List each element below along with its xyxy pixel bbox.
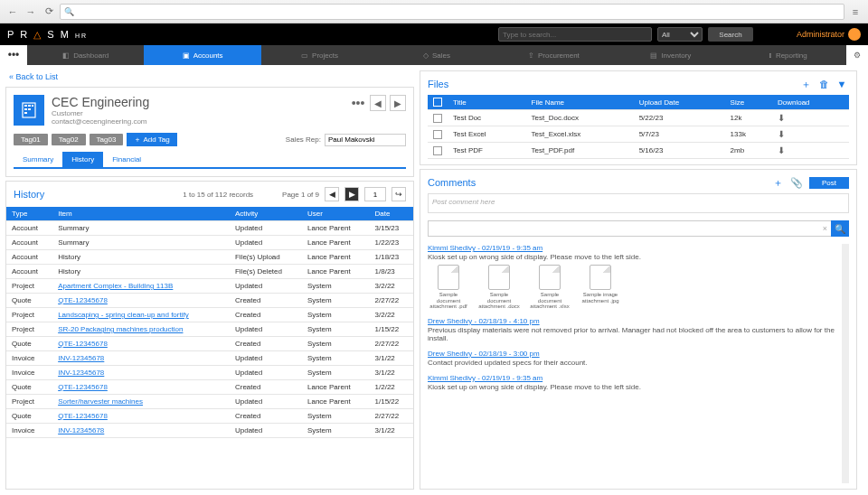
nav-procurement[interactable]: ⇪Procurement xyxy=(495,45,612,65)
attachment-item[interactable]: Sample document attachment .docx xyxy=(478,265,520,310)
nav-sales[interactable]: ◇Sales xyxy=(378,45,495,65)
post-comment-button[interactable]: Post xyxy=(809,177,849,189)
comment-meta[interactable]: Drew Shedivy - 02/18/19 - 3:00 pm xyxy=(428,350,838,358)
item-link[interactable]: Landscaping - spring clean-up and fortif… xyxy=(58,311,189,319)
row-checkbox[interactable] xyxy=(433,130,442,139)
tag-item[interactable]: Tag03 xyxy=(90,134,124,145)
add-file-icon[interactable]: ＋ xyxy=(798,77,813,91)
col-file-name[interactable]: File Name xyxy=(526,95,634,110)
table-row[interactable]: InvoiceINV-12345678UpdatedSystem3/1/22 xyxy=(6,351,413,366)
more-actions-icon[interactable]: ••• xyxy=(350,95,366,111)
page-next-icon[interactable]: ▶ xyxy=(344,187,359,201)
comment-search-button[interactable]: 🔍 xyxy=(831,220,849,237)
clear-search-icon[interactable]: × xyxy=(823,224,827,233)
nav-more-button[interactable]: ••• xyxy=(0,45,27,65)
comment-meta[interactable]: Drew Shedivy - 02/18/19 - 4:10 pm xyxy=(428,317,838,325)
table-row[interactable]: Test PDFTest_PDF.pdf5/16/232mb⬇ xyxy=(428,143,849,159)
add-tag-button[interactable]: ＋Add Tag xyxy=(127,133,176,146)
item-link[interactable]: SR-20 Packaging machines production xyxy=(58,325,183,333)
search-filter-select[interactable]: All xyxy=(657,27,703,42)
settings-gear-icon[interactable]: ⚙ xyxy=(846,45,868,65)
col-size[interactable]: Size xyxy=(725,95,772,110)
col-upload-date[interactable]: Upload Date xyxy=(634,95,725,110)
item-link[interactable]: INV-12345678 xyxy=(58,426,104,434)
nav-reporting[interactable]: ⫿Reporting xyxy=(730,45,846,65)
table-row[interactable]: AccountSummaryUpdatedLance Parent3/15/23 xyxy=(6,221,413,236)
comment-meta[interactable]: Kimmi Shedivy - 02/19/19 - 9:35 am xyxy=(428,374,838,382)
page-prev-icon[interactable]: ◀ xyxy=(325,187,339,201)
tag-item[interactable]: Tag02 xyxy=(52,134,86,145)
attachment-item[interactable]: Sample image attachment .jpg xyxy=(580,265,621,310)
table-row[interactable]: QuoteQTE-12345678CreatedSystem2/27/22 xyxy=(6,409,413,424)
add-comment-icon[interactable]: ＋ xyxy=(771,175,786,190)
attach-file-icon[interactable]: 📎 xyxy=(789,175,804,190)
nav-accounts[interactable]: ▣Accounts xyxy=(144,45,260,65)
cell-user: Lance Parent xyxy=(302,250,370,265)
page-go-icon[interactable]: ↪ xyxy=(392,187,406,201)
attachment-item[interactable]: Sample document attachment .pdf xyxy=(428,265,469,310)
delete-file-icon[interactable]: 🗑 xyxy=(816,77,831,91)
browser-back-icon[interactable]: ← xyxy=(5,5,20,19)
tag-item[interactable]: Tag01 xyxy=(14,134,48,145)
col-activity[interactable]: Activity xyxy=(230,207,302,221)
next-record-icon[interactable]: ▶ xyxy=(390,95,406,111)
download-icon[interactable]: ⬇ xyxy=(778,145,785,155)
col-file-title[interactable]: Title xyxy=(448,95,526,110)
item-link[interactable]: Apartment Complex - Building 113B xyxy=(58,282,173,290)
table-row[interactable]: Test DocTest_Doc.docx5/22/2312k⬇ xyxy=(428,110,849,126)
col-item[interactable]: Item xyxy=(52,207,230,221)
item-link[interactable]: QTE-12345678 xyxy=(58,383,108,391)
nav-inventory[interactable]: ▤Inventory xyxy=(612,45,729,65)
address-bar[interactable]: 🔍 xyxy=(60,4,844,20)
comment-meta[interactable]: Kimmi Shedivy - 02/19/19 - 9:35 am xyxy=(428,244,838,252)
history-table: Type Item Activity User Date AccountSumm… xyxy=(6,207,413,438)
global-search-input[interactable] xyxy=(498,27,652,42)
nav-projects[interactable]: ▭Projects xyxy=(261,45,378,65)
tab-summary[interactable]: Summary xyxy=(14,152,62,167)
user-role[interactable]: Administrator xyxy=(797,28,861,41)
table-row[interactable]: ProjectLandscaping - spring clean-up and… xyxy=(6,308,413,322)
table-row[interactable]: QuoteQTE-12345678CreatedLance Parent1/2/… xyxy=(6,380,413,395)
search-button[interactable]: Search xyxy=(708,27,753,42)
download-icon[interactable]: ⬇ xyxy=(778,113,785,123)
table-row[interactable]: AccountSummaryUpdatedLance Parent1/22/23 xyxy=(6,236,413,250)
download-icon[interactable]: ⬇ xyxy=(778,129,785,139)
table-row[interactable]: QuoteQTE-12345678CreatedSystem2/27/22 xyxy=(6,337,413,351)
col-date[interactable]: Date xyxy=(370,207,413,221)
table-row[interactable]: ProjectSorter/harvester machinesUpdatedL… xyxy=(6,395,413,409)
select-all-checkbox[interactable] xyxy=(433,98,442,107)
row-checkbox[interactable] xyxy=(433,114,442,123)
page-number-input[interactable] xyxy=(364,187,386,201)
comment-input[interactable]: Post comment here xyxy=(428,193,849,213)
table-row[interactable]: Test ExcelTest_Excel.xlsx5/7/23133k⬇ xyxy=(428,126,849,143)
browser-refresh-icon[interactable]: ⟳ xyxy=(42,5,56,19)
table-row[interactable]: AccountHistoryFile(s) DeletedLance Paren… xyxy=(6,265,413,279)
item-link[interactable]: QTE-12345678 xyxy=(58,340,108,348)
browser-forward-icon[interactable]: → xyxy=(24,5,38,19)
comment-search-input[interactable] xyxy=(428,220,837,237)
item-link[interactable]: Sorter/harvester machines xyxy=(58,397,143,406)
col-user[interactable]: User xyxy=(302,207,370,221)
row-checkbox[interactable] xyxy=(433,146,442,155)
item-link[interactable]: QTE-12345678 xyxy=(58,412,108,420)
nav-dashboard[interactable]: ◧Dashboard xyxy=(27,45,144,65)
filter-files-icon[interactable]: ▼ xyxy=(835,77,849,91)
table-row[interactable]: ProjectSR-20 Packaging machines producti… xyxy=(6,322,413,337)
item-link[interactable]: INV-12345678 xyxy=(58,354,104,362)
tab-financial[interactable]: Financial xyxy=(103,152,150,167)
back-to-list-link[interactable]: « Back to List xyxy=(5,70,414,83)
table-row[interactable]: InvoiceINV-12345678UpdatedSystem3/1/22 xyxy=(6,366,413,380)
item-link[interactable]: QTE-12345678 xyxy=(58,296,108,304)
col-type[interactable]: Type xyxy=(6,207,52,221)
browser-menu-icon[interactable]: ≡ xyxy=(848,5,863,19)
table-row[interactable]: ProjectApartment Complex - Building 113B… xyxy=(6,279,413,294)
salesrep-input[interactable] xyxy=(325,134,406,146)
attachment-item[interactable]: Sample document attachment .xlsx xyxy=(529,265,571,310)
tab-history[interactable]: History xyxy=(62,152,103,167)
table-row[interactable]: AccountHistoryFile(s) UploadLance Parent… xyxy=(6,250,413,265)
item-link[interactable]: INV-12345678 xyxy=(58,369,104,377)
table-row[interactable]: InvoiceINV-12345678UpdatedSystem3/1/22 xyxy=(6,424,413,438)
prev-record-icon[interactable]: ◀ xyxy=(370,95,386,111)
table-row[interactable]: QuoteQTE-12345678CreatedSystem2/27/22 xyxy=(6,294,413,308)
col-download[interactable]: Download xyxy=(772,95,849,110)
